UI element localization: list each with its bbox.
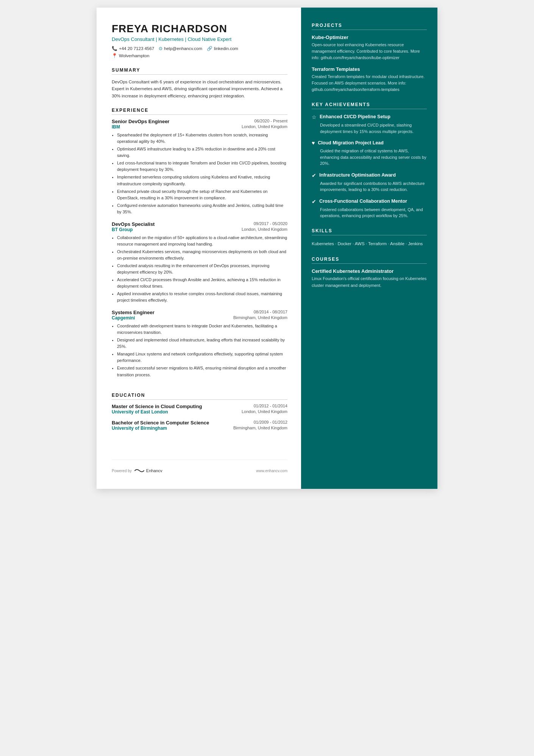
contact-row: 📞 +44 20 7123 4567 ⊙ help@enhancv.com 🔗 … [112,46,287,51]
resume-page: FREYA RICHARDSON DevOps Consultant | Kub… [97,8,437,489]
bullet-list-0: Spearheaded the deployment of 15+ Kubern… [112,132,287,215]
bullet-0-4: Enhanced private cloud security through … [117,188,287,201]
education-section: EDUCATION Master of Science in Cloud Com… [112,393,287,436]
job-location-0: London, United Kingdom [242,124,287,130]
achievements-section: KEY ACHIEVEMENTS ☆ Enhanced CI/CD Pipeli… [312,102,427,219]
bullet-list-1: Collaborated on the migration of 50+ app… [112,235,287,304]
bullet-1-2: Conducted analysis resulting in the enha… [117,263,287,275]
linkedin-url: linkedin.com [214,46,238,51]
achievement-icon-1: ♥ [312,140,315,146]
bullet-0-2: Led cross-functional teams to integrate … [117,160,287,173]
courses-section: COURSES Certified Kubernetes Administrat… [312,257,427,288]
edu-school-0: University of East London [112,409,168,415]
achievement-item-0: ☆ Enhanced CI/CD Pipeline Setup Develope… [312,114,427,135]
edu-degree-1: Bachelor of Science in Computer Science [112,420,209,426]
achievement-title-0: Enhanced CI/CD Pipeline Setup [320,114,390,120]
achievement-header-0: ☆ Enhanced CI/CD Pipeline Setup [312,114,427,121]
project-name-1: Terraform Templates [312,66,427,72]
job-title-2: Systems Engineer [112,310,155,315]
edu-location-1: Birmingham, United Kingdom [233,426,287,431]
company-row-1: BT Group London, United Kingdom [112,227,287,232]
job-header-2: Systems Engineer 08/2014 - 08/2017 [112,310,287,315]
project-desc-1: Created Terraform templates for modular … [312,74,427,93]
edu-dates-1: 01/2009 - 01/2012 [254,420,287,424]
achievement-header-1: ♥ Cloud Migration Project Lead [312,140,427,146]
achievement-header-2: ✔ Infrastructure Optimisation Award [312,172,427,179]
skills-title: SKILLS [312,228,427,235]
bullet-1-3: Accelerated CI/CD processes through Ansi… [117,277,287,290]
left-column: FREYA RICHARDSON DevOps Consultant | Kub… [97,8,301,489]
achievement-icon-2: ✔ [312,172,316,179]
company-row-0: IBM London, United Kingdom [112,124,287,130]
brand-name: Enhancv [146,468,162,473]
project-item-0: Kube-Optimizer Open-source tool enhancin… [312,34,427,61]
linkedin-contact: 🔗 linkedin.com [207,46,238,51]
linkedin-icon: 🔗 [207,46,212,51]
job-item-0: Senior DevOps Engineer 06/2020 - Present… [112,119,287,215]
job-item-1: DevOps Specialist 09/2017 - 05/2020 BT G… [112,221,287,304]
job-dates-0: 06/2020 - Present [255,119,287,123]
courses-title: COURSES [312,257,427,264]
bullet-2-0: Coordinated with development teams to in… [117,323,287,336]
achievement-title-1: Cloud Migration Project Lead [318,140,384,146]
footer-left: Powered by Enhancv [112,468,162,474]
edu-item-0: Master of Science in Cloud Computing 01/… [112,404,287,415]
experience-section: EXPERIENCE Senior DevOps Engineer 06/202… [112,108,287,384]
bullet-0-3: Implemented serverless computing solutio… [117,174,287,187]
company-name-0: IBM [112,124,120,130]
course-item-0: Certified Kubernetes Administrator Linux… [312,268,427,288]
enhancv-logo: Enhancv [134,468,162,474]
edu-school-1: University of Birmingham [112,426,167,431]
achievement-item-2: ✔ Infrastructure Optimisation Award Awar… [312,172,427,193]
edu-item-1: Bachelor of Science in Computer Science … [112,420,287,431]
achievement-desc-3: Fostered collaborations between developm… [312,207,427,219]
projects-section: PROJECTS Kube-Optimizer Open-source tool… [312,23,427,93]
achievement-header-3: ✔ Cross-Functional Collaboration Mentor [312,198,427,205]
achievement-icon-0: ☆ [312,114,317,121]
candidate-subtitle: DevOps Consultant | Kubernetes | Cloud N… [112,36,287,42]
bullet-2-1: Designed and implemented cloud infrastru… [117,337,287,350]
edu-dates-0: 01/2012 - 01/2014 [254,404,287,408]
phone-contact: 📞 +44 20 7123 4567 [112,46,154,51]
achievement-item-1: ♥ Cloud Migration Project Lead Guided th… [312,140,427,167]
edu-header-1: Bachelor of Science in Computer Science … [112,420,287,426]
footer-website: www.enhancv.com [256,469,287,473]
job-header-0: Senior DevOps Engineer 06/2020 - Present [112,119,287,124]
summary-title: SUMMARY [112,67,287,75]
right-column: PROJECTS Kube-Optimizer Open-source tool… [301,8,437,489]
page-footer: Powered by Enhancv www.enhancv.com [112,460,287,474]
edu-school-row-1: University of Birmingham Birmingham, Uni… [112,426,287,431]
company-name-2: Capgemini [112,315,135,321]
achievements-title: KEY ACHIEVEMENTS [312,102,427,109]
job-location-1: London, United Kingdom [242,227,287,232]
logo-icon [134,468,145,474]
job-dates-1: 09/2017 - 05/2020 [254,221,287,226]
location: Wolverhampton [119,53,149,58]
job-title-1: DevOps Specialist [112,221,155,227]
bullet-2-2: Managed Linux systems and network config… [117,351,287,364]
project-desc-0: Open-source tool enhancing Kubernetes re… [312,42,427,61]
achievement-desc-1: Guided the migration of critical systems… [312,148,427,167]
skills-section: SKILLS Kubernetes · Docker · AWS · Terra… [312,228,427,248]
job-dates-2: 08/2014 - 08/2017 [254,310,287,314]
job-header-1: DevOps Specialist 09/2017 - 05/2020 [112,221,287,227]
bullet-0-5: Configured extensive automation framewor… [117,202,287,215]
experience-title: EXPERIENCE [112,108,287,115]
resume-header: FREYA RICHARDSON DevOps Consultant | Kub… [112,23,287,58]
edu-school-row-0: University of East London London, United… [112,409,287,415]
job-title-0: Senior DevOps Engineer [112,119,169,124]
project-name-0: Kube-Optimizer [312,34,427,40]
bullet-0-1: Optimised AWS infrastructure leading to … [117,146,287,159]
powered-by-label: Powered by [112,469,132,473]
email-icon: ⊙ [159,46,162,51]
bullet-1-4: Applied innovative analytics to resolve … [117,291,287,304]
summary-text: DevOps Consultant with 6 years of experi… [112,78,287,99]
bullet-1-1: Orchestrated Kubernetes services, managi… [117,249,287,261]
achievement-item-3: ✔ Cross-Functional Collaboration Mentor … [312,198,427,219]
achievement-icon-3: ✔ [312,199,316,205]
achievement-title-3: Cross-Functional Collaboration Mentor [319,198,407,204]
edu-header-0: Master of Science in Cloud Computing 01/… [112,404,287,409]
course-desc-0: Linux Foundation's official certificatio… [312,275,427,288]
email-address: help@enhancv.com [164,46,202,51]
phone-icon: 📞 [112,46,117,51]
